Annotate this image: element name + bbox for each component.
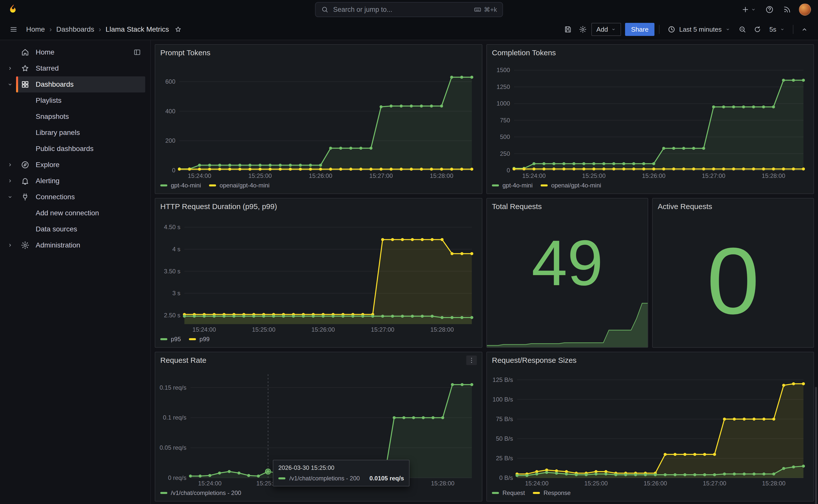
clock-icon	[668, 25, 676, 33]
help-button[interactable]	[764, 4, 775, 15]
chevron-down-icon	[751, 7, 756, 12]
sidebar-item-playlists[interactable]: Playlists	[0, 92, 150, 109]
svg-text:1500: 1500	[497, 67, 510, 73]
sidebar-item-label: Add new connection	[36, 209, 99, 217]
request-response-sizes-chart[interactable]: 0 B/s25 B/s50 B/s75 B/s100 B/s125 B/s15:…	[490, 369, 808, 488]
zoom-out-time-button[interactable]	[736, 23, 749, 36]
sidebar-item-dashboards[interactable]: Dashboards	[0, 76, 150, 92]
svg-text:15:27:00: 15:27:00	[702, 172, 725, 179]
scrollbar-thumb[interactable]	[815, 387, 817, 504]
legend-item[interactable]: Request	[492, 489, 525, 496]
sidebar-item-alerting[interactable]: Alerting	[0, 173, 150, 189]
svg-text:1000: 1000	[497, 100, 510, 107]
compass-icon	[20, 160, 30, 169]
gear-icon	[579, 25, 587, 33]
sidebar-item-public-dashboards[interactable]: Public dashboards	[0, 141, 150, 157]
panel-title[interactable]: Completion Tokens	[492, 48, 556, 57]
svg-text:0 req/s: 0 req/s	[168, 474, 186, 481]
sidebar-item-label: Playlists	[36, 96, 62, 105]
panel-legend: gpt-4o-miniopenai/gpt-4o-mini	[155, 180, 482, 193]
legend-item[interactable]: gpt-4o-mini	[492, 182, 533, 189]
svg-text:200: 200	[165, 137, 175, 144]
add-panel-button[interactable]: Add	[591, 23, 621, 36]
panel-menu-icon[interactable]	[466, 356, 477, 365]
chevron-down-icon[interactable]	[4, 194, 16, 200]
legend-item[interactable]: Response	[533, 489, 571, 496]
chevron-right-icon[interactable]	[4, 178, 16, 184]
legend-item[interactable]: openai/gpt-4o-mini	[209, 182, 270, 189]
mega-menu-button[interactable]	[7, 23, 20, 36]
dashboard-settings-button[interactable]	[576, 23, 589, 36]
svg-text:15:25:00: 15:25:00	[252, 326, 275, 333]
legend-item[interactable]: gpt-4o-mini	[160, 182, 201, 189]
collapse-toolbar-button[interactable]	[798, 23, 811, 36]
svg-text:15:27:00: 15:27:00	[371, 326, 394, 333]
panel-http-request-duration: HTTP Request Duration (p95, p99) 2.50 s3…	[155, 198, 482, 348]
sidebar-item-data-sources[interactable]: Data sources	[0, 221, 150, 237]
time-range-picker[interactable]: Last 5 minutes	[664, 23, 734, 36]
tooltip-time: 2026-03-30 15:25:00	[278, 464, 404, 471]
chevron-right-icon[interactable]	[4, 65, 16, 71]
sidebar-item-label: Connections	[36, 193, 75, 201]
chevron-right-icon[interactable]	[4, 242, 16, 248]
chart-tooltip: 2026-03-30 15:25:00 /v1/chat/completions…	[273, 460, 410, 486]
news-button[interactable]	[781, 4, 793, 15]
panel-title[interactable]: Request Rate	[160, 356, 206, 365]
svg-text:15:26:00: 15:26:00	[309, 172, 332, 179]
dashboard-grid: Prompt Tokens 020040060015:24:0015:25:00…	[155, 44, 814, 501]
sidebar-item-starred[interactable]: Starred	[0, 60, 150, 76]
panel-title[interactable]: Total Requests	[492, 202, 542, 211]
svg-text:400: 400	[165, 108, 175, 115]
panel-title[interactable]: HTTP Request Duration (p95, p99)	[160, 202, 277, 211]
panel-title[interactable]: Active Requests	[658, 202, 712, 211]
svg-text:15:27:00: 15:27:00	[703, 480, 726, 487]
sidebar-item-explore[interactable]: Explore	[0, 157, 150, 173]
sidebar-item-administration[interactable]: Administration	[0, 237, 150, 253]
legend-item[interactable]: p99	[189, 336, 210, 343]
dock-icon[interactable]	[133, 48, 141, 56]
refresh-interval-picker[interactable]: 5s	[766, 23, 788, 36]
svg-text:4 s: 4 s	[172, 246, 180, 253]
share-button[interactable]: Share	[625, 23, 654, 36]
apps-icon	[20, 80, 30, 89]
dashboard-toolbar: Home Dashboards Llama Stack Metrics Add …	[0, 19, 818, 40]
panel-completion-tokens: Completion Tokens 0250500750100012501500…	[486, 44, 814, 194]
legend-item[interactable]: openai/gpt-4o-mini	[541, 182, 601, 189]
tooltip-series-marker	[278, 477, 285, 479]
chevron-right-icon[interactable]	[4, 162, 16, 168]
sidebar-item-home[interactable]: Home	[0, 44, 150, 60]
panel-title[interactable]: Request/Response Sizes	[492, 356, 577, 365]
svg-text:500: 500	[500, 133, 510, 140]
completion-tokens-chart[interactable]: 025050075010001250150015:24:0015:25:0015…	[490, 62, 808, 180]
sidebar-item-snapshots[interactable]: Snapshots	[0, 109, 150, 125]
svg-text:15:28:00: 15:28:00	[430, 326, 454, 333]
panel-title[interactable]: Prompt Tokens	[160, 48, 211, 57]
svg-text:2.50 s: 2.50 s	[164, 312, 180, 319]
new-button[interactable]	[740, 4, 758, 15]
topbar-actions	[740, 4, 811, 16]
favorite-button[interactable]	[172, 23, 184, 36]
breadcrumb-separator	[49, 25, 52, 33]
breadcrumb-home[interactable]: Home	[26, 25, 45, 33]
chevron-down-icon[interactable]	[4, 81, 16, 87]
prompt-tokens-chart[interactable]: 020040060015:24:0015:25:0015:26:0015:27:…	[158, 62, 477, 180]
legend-item[interactable]: /v1/chat/completions - 200	[160, 489, 241, 496]
panel-legend: /v1/chat/completions - 200	[155, 488, 482, 501]
legend-item[interactable]: p95	[160, 336, 181, 343]
svg-text:50 B/s: 50 B/s	[496, 435, 513, 442]
svg-text:15:24:00: 15:24:00	[192, 326, 216, 333]
sidebar-item-library-panels[interactable]: Library panels	[0, 125, 150, 141]
svg-text:4.50 s: 4.50 s	[164, 224, 180, 230]
refresh-button[interactable]	[751, 23, 764, 36]
http-duration-chart[interactable]: 2.50 s3 s3.50 s4 s4.50 s15:24:0015:25:00…	[158, 216, 477, 334]
total-requests-sparkline	[487, 299, 648, 347]
save-dashboard-button[interactable]	[561, 23, 574, 36]
search-input[interactable]: Search or jump to... ⌘+k	[315, 2, 503, 17]
grafana-logo-icon[interactable]	[7, 3, 20, 16]
sidebar-item-add-new-connection[interactable]: Add new connection	[0, 205, 150, 221]
breadcrumb-dashboards[interactable]: Dashboards	[56, 25, 94, 33]
panel-request-rate: Request Rate 0 req/s0.05 req/s0.1 req/s0…	[155, 352, 482, 501]
avatar[interactable]	[799, 4, 811, 16]
star-icon	[174, 26, 182, 33]
sidebar-item-connections[interactable]: Connections	[0, 189, 150, 205]
